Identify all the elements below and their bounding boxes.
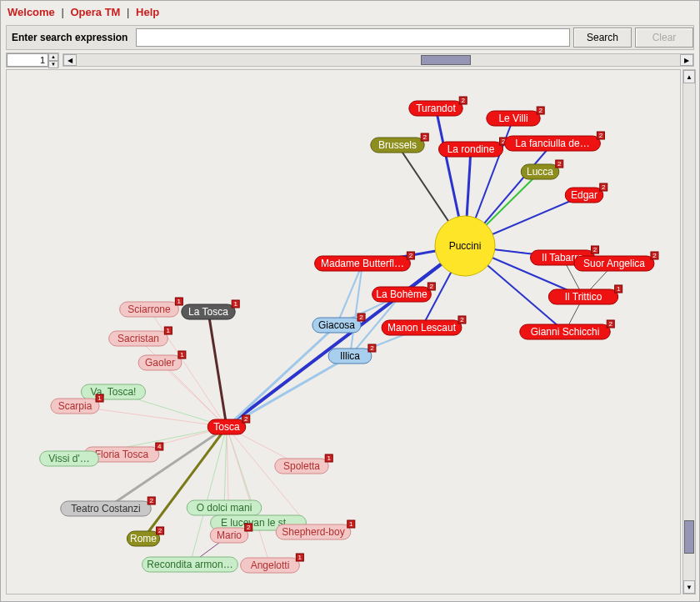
graph-node-laboheme[interactable]: La Bohème2 <box>372 283 436 302</box>
graph-node-giannischicchi[interactable]: Gianni Schicchi2 <box>520 320 615 339</box>
graph-node-label: La Bohème <box>376 288 428 300</box>
nav-help-link[interactable]: Help <box>136 6 159 18</box>
nav-welcome-link[interactable]: Welcome <box>8 6 55 18</box>
graph-node-label: Teatro Costanzi <box>71 503 140 514</box>
graph-node-scarpia[interactable]: Scarpia1 <box>51 394 103 414</box>
graph-node-label: Sciarrone <box>128 304 171 315</box>
node-badge-count: 2 <box>158 527 162 534</box>
graph-node-label: Gianni Schicchi <box>531 326 600 338</box>
nav-sep: | <box>58 6 67 18</box>
spinner-input[interactable] <box>7 53 48 67</box>
graph-node-rome[interactable]: Rome2 <box>127 527 163 546</box>
graph-node-manonlescaut[interactable]: Manon Lescaut2 <box>382 316 466 335</box>
graph-node-label: La fanciulla de… <box>515 138 589 149</box>
graph-node-vatosca[interactable]: Va, Tosca! <box>82 384 146 399</box>
graph-node-angelotti[interactable]: Angelotti1 <box>241 554 304 573</box>
top-nav: Welcome | Opera TM | Help <box>1 1 699 22</box>
nav-sep: | <box>123 6 132 18</box>
node-badge-count: 2 <box>461 97 465 104</box>
graph-node-label: Puccini <box>449 240 482 252</box>
search-label: Enter search expression <box>7 32 136 43</box>
graph-node-label: Manon Lescaut <box>388 322 457 334</box>
node-badge-count: 1 <box>98 394 102 402</box>
scroll-down-icon[interactable]: ▼ <box>683 580 695 594</box>
graph-node-label: Lucca <box>527 166 553 178</box>
search-input[interactable] <box>136 28 570 47</box>
graph-node-tosca[interactable]: Tosca2 <box>208 415 250 434</box>
graph-node-label: Edgar <box>571 189 598 201</box>
node-badge-count: 2 <box>422 133 427 141</box>
graph-edge <box>227 427 270 565</box>
graph-node-label: Illica <box>340 350 360 362</box>
graph-node-lafanciulla[interactable]: La fanciulla de…2 <box>505 132 605 151</box>
hscroll-track[interactable] <box>77 54 680 66</box>
search-bar: Enter search expression Search Clear <box>6 25 694 50</box>
graph-node-label: Shepherd-boy <box>282 526 344 538</box>
graph-node-label: Scarpia <box>58 400 92 412</box>
graph-node-label: Floria Tosca <box>95 449 149 460</box>
graph-node-brussels[interactable]: Brussels2 <box>371 133 428 153</box>
graph-node-iltrittico[interactable]: Il Trittico1 <box>548 285 622 304</box>
graph-node-odolcimani[interactable]: O dolci mani <box>187 500 262 515</box>
graph-node-puccini[interactable]: Puccini <box>435 216 495 276</box>
graph-node-edgar[interactable]: Edgar2 <box>565 183 608 203</box>
node-badge-count: 2 <box>460 316 464 324</box>
graph-node-teatrocostanzi[interactable]: Teatro Costanzi2 <box>61 497 156 516</box>
horizontal-scrollbar[interactable]: ◀ ▶ <box>62 53 694 67</box>
node-badge-count: 2 <box>593 246 598 253</box>
node-badge-count: 2 <box>370 344 374 352</box>
results-count-spinner[interactable]: ▲ ▼ <box>6 53 59 68</box>
graph-node-vissi[interactable]: Vissi d'… <box>40 451 99 466</box>
node-badge-count: 2 <box>558 160 562 168</box>
graph-node-recondita[interactable]: Recondita armon… <box>142 557 238 572</box>
graph-node-gaoler[interactable]: Gaoler1 <box>138 351 186 370</box>
vscroll-track[interactable] <box>683 83 695 580</box>
graph-node-illica[interactable]: Illica2 <box>328 344 376 364</box>
graph-edge <box>160 363 227 427</box>
node-badge-count: 1 <box>233 300 238 308</box>
spinner-up-icon[interactable]: ▲ <box>48 53 58 61</box>
spinner-buttons: ▲ ▼ <box>48 53 58 67</box>
graph-node-sciarrone[interactable]: Sciarrone1 <box>120 298 183 317</box>
nav-opera-tm-link[interactable]: Opera TM <box>70 6 120 18</box>
graph-node-label: Gaoler <box>145 357 175 369</box>
hscroll-thumb[interactable] <box>421 55 471 65</box>
graph-node-spoletta[interactable]: Spoletta1 <box>275 454 332 474</box>
graph-svg[interactable]: PucciniTosca2Turandot2Le Villi2La rondin… <box>7 70 680 594</box>
node-badge-count: 2 <box>599 132 603 139</box>
graph-node-larondine[interactable]: La rondine2 <box>439 138 508 157</box>
graph-node-label: Il Trittico <box>565 291 602 303</box>
scroll-up-icon[interactable]: ▲ <box>683 70 695 83</box>
node-badge-count: 2 <box>609 320 613 328</box>
app-frame: Welcome | Opera TM | Help Enter search e… <box>0 0 700 602</box>
graph-node-madamebutterfly[interactable]: Madame Butterfl…2 <box>315 252 415 271</box>
graph-node-label: Suor Angelica <box>583 258 645 269</box>
clear-button[interactable]: Clear <box>635 28 693 48</box>
vertical-scrollbar[interactable]: ▲ ▼ <box>682 69 696 594</box>
spinner-down-icon[interactable]: ▼ <box>48 61 58 68</box>
scroll-right-icon[interactable]: ▶ <box>680 54 693 66</box>
graph-node-lucca[interactable]: Lucca2 <box>521 160 563 179</box>
graph-node-label: Tosca <box>213 421 240 433</box>
graph-node-label: Brussels <box>378 139 417 151</box>
node-badge-count: 4 <box>158 443 162 450</box>
graph-node-label: Rome <box>130 533 157 544</box>
node-badge-count: 2 <box>247 524 251 531</box>
search-button[interactable]: Search <box>573 28 632 48</box>
graph-edge <box>224 427 227 508</box>
node-badge-count: 2 <box>409 252 413 259</box>
node-badge-count: 2 <box>652 252 657 259</box>
graph-node-label: La Tosca <box>188 306 228 318</box>
graph-node-levilli[interactable]: Le Villi2 <box>487 107 544 126</box>
graph-node-latosca[interactable]: La Tosca1 <box>182 300 239 319</box>
vscroll-thumb[interactable] <box>684 520 694 554</box>
scroll-left-icon[interactable]: ◀ <box>63 54 77 66</box>
node-badge-count: 2 <box>244 415 248 423</box>
graph-canvas[interactable]: PucciniTosca2Turandot2Le Villi2La rondin… <box>6 69 681 594</box>
graph-node-giacosa[interactable]: Giacosa2 <box>312 314 365 333</box>
graph-node-label: Giacosa <box>318 319 355 331</box>
graph-node-turandot[interactable]: Turandot2 <box>409 97 467 116</box>
graph-node-label: Spoletta <box>283 460 320 472</box>
node-badge-count: 1 <box>180 351 184 359</box>
graph-node-label: O dolci mani <box>197 502 252 514</box>
